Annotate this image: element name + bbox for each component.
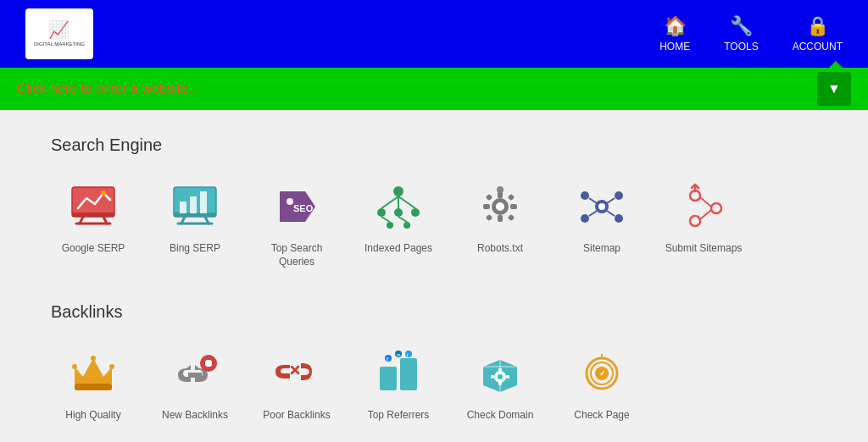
svg-line-52 <box>700 210 711 219</box>
robots-txt-label: Robots.txt <box>477 242 523 256</box>
svg-point-55 <box>72 364 77 369</box>
svg-point-21 <box>403 222 410 229</box>
indexed-pages-icon <box>373 183 424 229</box>
svg-rect-34 <box>508 193 515 200</box>
svg-point-37 <box>497 186 504 193</box>
search-dropdown-button[interactable]: ▼ <box>817 72 851 106</box>
svg-point-19 <box>411 208 420 217</box>
bing-serp-icon-box <box>161 176 229 235</box>
check-domain-icon <box>475 350 526 396</box>
svg-point-49 <box>711 203 721 213</box>
search-engine-section: Search Engine Google SERP <box>51 135 817 268</box>
sitemap-label: Sitemap <box>583 242 620 256</box>
svg-point-42 <box>615 214 623 223</box>
nav-tools[interactable]: 🔧 TOOLS <box>724 15 758 52</box>
tool-top-referrers[interactable]: f in t Top Referrers <box>356 343 441 423</box>
svg-point-47 <box>598 203 605 210</box>
poor-backlinks-label: Poor Backlinks <box>263 409 330 423</box>
backlinks-title: Backlinks <box>51 302 817 322</box>
tool-poor-backlinks[interactable]: Poor Backlinks <box>254 343 339 423</box>
indexed-pages-icon-box <box>364 176 432 235</box>
search-bar: ▼ <box>0 68 868 110</box>
poor-backlinks-icon <box>271 350 322 396</box>
high-quality-label: High Quality <box>65 409 120 423</box>
svg-rect-65 <box>400 358 417 390</box>
google-serp-label: Google SERP <box>62 242 125 256</box>
header: 📈 DIGITAL MARKETING 🏠 HOME 🔧 TOOLS 🔒 ACC… <box>0 0 868 68</box>
svg-rect-13 <box>200 191 207 213</box>
top-search-queries-label: Top Search Queries <box>254 242 339 268</box>
new-backlinks-label: New Backlinks <box>162 409 228 423</box>
nav-account-label: ACCOUNT <box>793 41 843 52</box>
lock-icon: 🔒 <box>806 15 829 37</box>
main-content: Search Engine Google SERP <box>0 110 868 442</box>
google-serp-icon-box <box>59 176 127 235</box>
indexed-pages-label: Indexed Pages <box>364 242 432 256</box>
submit-sitemaps-icon-box <box>670 176 737 235</box>
svg-rect-64 <box>380 367 397 390</box>
tool-robots-txt[interactable]: Robots.txt <box>458 176 542 268</box>
poor-backlinks-icon-box <box>263 343 331 402</box>
svg-line-25 <box>381 217 390 222</box>
svg-point-17 <box>377 208 386 217</box>
svg-rect-36 <box>508 213 515 220</box>
svg-rect-77 <box>498 382 502 385</box>
google-serp-icon <box>68 183 119 229</box>
svg-line-26 <box>398 217 407 222</box>
svg-rect-12 <box>190 196 197 213</box>
nav-account[interactable]: 🔒 ACCOUNT <box>793 15 843 52</box>
svg-line-22 <box>381 196 398 208</box>
logo-icon: 📈 <box>34 19 85 40</box>
backlinks-tools-grid: High Quality New Backlinks <box>51 343 817 423</box>
top-referrers-icon-box: f in t <box>364 343 432 402</box>
search-engine-tools-grid: Google SERP Bing SERP <box>51 176 817 268</box>
check-page-label: Check Page <box>574 409 629 423</box>
tool-google-serp[interactable]: Google SERP <box>51 176 136 268</box>
tool-bing-serp[interactable]: Bing SERP <box>153 176 237 268</box>
nav-home-label: HOME <box>659 41 690 52</box>
svg-rect-35 <box>486 213 492 220</box>
tool-check-domain[interactable]: Check Domain <box>458 343 542 423</box>
tool-indexed-pages[interactable]: Indexed Pages <box>356 176 441 268</box>
top-search-queries-icon: SEO <box>271 183 322 229</box>
tool-check-page[interactable]: ✓ Check Page <box>559 343 644 423</box>
tool-sitemap[interactable]: Sitemap <box>559 176 644 268</box>
svg-rect-54 <box>75 384 112 390</box>
bing-serp-icon <box>170 183 220 229</box>
search-input[interactable] <box>17 81 817 97</box>
svg-point-40 <box>615 191 623 200</box>
svg-point-41 <box>581 214 589 223</box>
tool-high-quality[interactable]: High Quality <box>51 343 136 423</box>
tool-new-backlinks[interactable]: New Backlinks <box>153 343 237 423</box>
svg-rect-31 <box>483 204 490 209</box>
svg-point-28 <box>496 202 504 211</box>
bing-serp-label: Bing SERP <box>170 242 220 256</box>
new-backlinks-icon-box <box>161 343 229 402</box>
tool-top-search-queries[interactable]: SEO Top Search Queries <box>254 176 339 268</box>
svg-point-75 <box>498 374 503 379</box>
svg-text:SEO: SEO <box>293 203 314 213</box>
svg-rect-61 <box>205 361 212 366</box>
svg-line-44 <box>607 198 615 203</box>
backlinks-section: Backlinks High Quality <box>51 302 817 423</box>
nav-tools-label: TOOLS <box>724 41 758 52</box>
svg-rect-11 <box>180 202 186 213</box>
nav-home[interactable]: 🏠 HOME <box>659 15 690 52</box>
svg-rect-76 <box>498 368 502 372</box>
svg-text:✓: ✓ <box>599 369 606 378</box>
svg-point-16 <box>393 186 403 196</box>
svg-point-18 <box>394 208 403 217</box>
svg-rect-58 <box>188 373 202 378</box>
svg-rect-79 <box>506 375 509 378</box>
svg-text:in: in <box>397 352 400 357</box>
svg-point-5 <box>101 191 106 196</box>
tool-submit-sitemaps[interactable]: Submit Sitemaps <box>661 176 746 268</box>
high-quality-icon <box>68 350 119 396</box>
home-icon: 🏠 <box>664 15 687 37</box>
svg-point-50 <box>690 216 700 226</box>
svg-line-45 <box>589 211 597 216</box>
submit-sitemaps-icon <box>678 183 729 229</box>
check-domain-icon-box <box>466 343 534 402</box>
robots-txt-icon <box>475 183 526 229</box>
sitemap-icon <box>576 183 627 229</box>
